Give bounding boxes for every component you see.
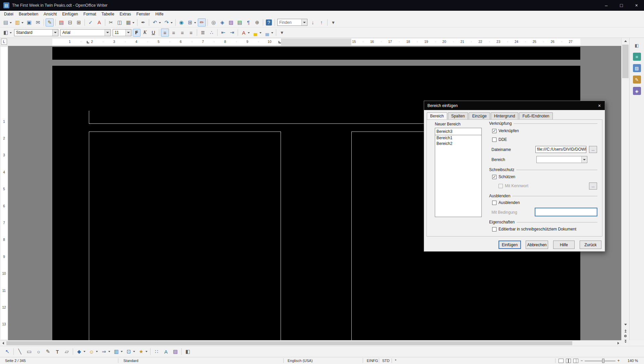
navigator-icon[interactable]: ◈ [633, 87, 641, 95]
next-page-button[interactable] [622, 339, 629, 345]
dropdown-icon[interactable] [125, 30, 131, 36]
export-pdf-icon[interactable]: ▤ [57, 18, 65, 27]
tab-stop-marker[interactable] [87, 41, 89, 43]
data-sources-icon[interactable]: ▤ [236, 18, 244, 27]
scroll-left-button[interactable] [0, 341, 6, 346]
font-color-icon[interactable]: A [240, 29, 251, 37]
paste-icon[interactable]: ▦ [124, 18, 135, 27]
vertical-scroll-thumb[interactable] [622, 45, 629, 78]
gallery-icon[interactable]: ▨ [227, 18, 235, 27]
menu-tabelle[interactable]: Tabelle [99, 11, 117, 17]
fontwork-icon[interactable]: A [162, 347, 170, 356]
extrusion-icon[interactable]: ◧ [183, 347, 192, 356]
page-style-indicator[interactable]: Standard [123, 359, 138, 363]
zoom-level-indicator[interactable]: 140 % [628, 359, 638, 363]
new-section-name-input[interactable]: Bereich3 [435, 128, 482, 135]
checkbox-box[interactable] [492, 138, 496, 142]
text-box-icon[interactable]: T [53, 347, 62, 356]
dialog-titlebar[interactable]: Bereich einfügen × [424, 101, 605, 110]
menu-ansicht[interactable]: Ansicht [41, 11, 59, 17]
basic-shapes-icon[interactable]: ◆ [75, 347, 86, 356]
undo-icon[interactable]: ↶ [151, 18, 162, 27]
editable-checkbox[interactable]: Editierbar in schreibgeschütztem Dokumen… [492, 227, 576, 231]
callouts-icon[interactable]: ⊡ [124, 347, 136, 356]
horizontal-ruler[interactable]: L 12345678910 15161718192021222324252627 [0, 38, 621, 46]
checkbox-box[interactable] [492, 227, 496, 231]
line-icon[interactable]: ╲ [15, 347, 24, 356]
find-next-icon[interactable]: ↓ [309, 18, 317, 27]
freeform-line-icon[interactable]: ✎ [44, 347, 52, 356]
dialog-close-button[interactable]: × [594, 101, 605, 110]
cancel-button[interactable]: Abbrechen [526, 241, 548, 249]
sidebar-toggle-icon[interactable]: ◧ [633, 41, 641, 49]
zoom-slider[interactable]: − + [579, 358, 623, 364]
ellipse-icon[interactable]: ○ [34, 347, 43, 356]
points-icon[interactable]: ∷ [152, 347, 161, 356]
insert-mode-indicator[interactable]: EINFG [367, 359, 378, 363]
password-checkbox[interactable]: Mit Kennwort [499, 184, 528, 188]
writer-app-icon[interactable]: ▤ [3, 2, 9, 8]
protect-checkbox[interactable]: Schützen [492, 174, 515, 179]
password-browse-button[interactable]: ... [589, 183, 597, 190]
page-indicator[interactable]: Seite 2 / 345 [5, 359, 26, 363]
font-name-value[interactable]: Arial [61, 30, 105, 35]
find-input[interactable]: Finden [278, 20, 301, 25]
bold-button[interactable]: F [133, 29, 140, 37]
background-color-icon[interactable]: ▄ [263, 29, 274, 37]
single-page-view-button[interactable] [559, 359, 564, 363]
checkbox-box[interactable] [492, 129, 496, 133]
checkbox-box[interactable] [499, 184, 503, 188]
zoom-in-button[interactable]: + [616, 358, 621, 363]
copy-icon[interactable]: ◫ [116, 18, 124, 27]
maximize-button[interactable]: □ [614, 0, 629, 11]
close-button[interactable]: × [629, 0, 644, 11]
horizontal-scrollbar[interactable] [0, 340, 621, 346]
section-listbox[interactable]: Bereich1Bereich2 [435, 135, 482, 217]
symbol-shapes-icon[interactable]: ☺ [87, 347, 99, 356]
italic-button[interactable]: K [141, 29, 149, 37]
properties-icon[interactable]: ≡ [633, 53, 641, 61]
checkbox-box[interactable] [492, 201, 496, 205]
dde-checkbox[interactable]: DDE [492, 137, 507, 142]
rectangle-icon[interactable]: ▭ [25, 347, 34, 356]
cut-icon[interactable]: ✂ [107, 18, 115, 27]
dropdown-icon[interactable] [301, 19, 307, 25]
language-indicator[interactable]: Englisch (USA) [288, 359, 313, 363]
hyperlink-icon[interactable]: ◉ [177, 18, 185, 27]
section-list-item[interactable]: Bereich2 [435, 141, 481, 147]
menu-einfuegen[interactable]: Einfügen [59, 11, 80, 17]
font-size-combobox[interactable]: 11 [113, 29, 131, 36]
menu-fenster[interactable]: Fenster [134, 11, 153, 17]
book-view-button[interactable] [573, 359, 578, 363]
navigation-button[interactable] [622, 333, 629, 339]
toolbar-options-icon[interactable]: ▾ [329, 18, 337, 27]
menu-bearbeiten[interactable]: Bearbeiten [16, 11, 41, 17]
scroll-up-button[interactable] [622, 38, 629, 44]
scroll-right-button[interactable] [616, 341, 621, 346]
open-icon[interactable]: ▥ [13, 18, 24, 27]
tab-fuss-endnoten[interactable]: Fuß-/Endnoten [519, 112, 552, 120]
spellcheck-icon[interactable]: ✓ [86, 18, 95, 27]
toolbar-options-icon[interactable]: ▾ [278, 29, 286, 37]
highlighting-icon[interactable]: ▄ [251, 29, 262, 37]
multi-page-view-button[interactable] [566, 359, 571, 363]
hide-checkbox[interactable]: Ausblenden [492, 200, 520, 205]
stars-icon[interactable]: ★ [137, 347, 149, 356]
numbered-list-icon[interactable]: ≣ [199, 29, 207, 37]
align-left-icon[interactable]: ≡ [161, 29, 169, 37]
checkbox-box[interactable] [492, 175, 496, 179]
back-button[interactable]: Zurück [580, 241, 601, 249]
filename-input[interactable]: file:///C:/Users/DIVID/DOWI [535, 146, 586, 153]
vertical-ruler[interactable]: 12345678910111213 [0, 46, 8, 340]
section-combobox[interactable] [536, 156, 587, 163]
find-combobox[interactable]: Finden [277, 19, 307, 26]
minimize-button[interactable]: – [599, 0, 614, 11]
scroll-down-button[interactable] [622, 322, 629, 327]
browse-button[interactable]: ... [589, 146, 597, 153]
link-checkbox[interactable]: Verknüpfen [492, 128, 519, 133]
redo-icon[interactable]: ↷ [163, 18, 174, 27]
print-icon[interactable]: ⊟ [66, 18, 74, 27]
tab-spalten[interactable]: Spalten [448, 112, 468, 120]
selection-mode-indicator[interactable]: STD [382, 359, 390, 363]
save-icon[interactable]: ▣ [25, 18, 33, 27]
